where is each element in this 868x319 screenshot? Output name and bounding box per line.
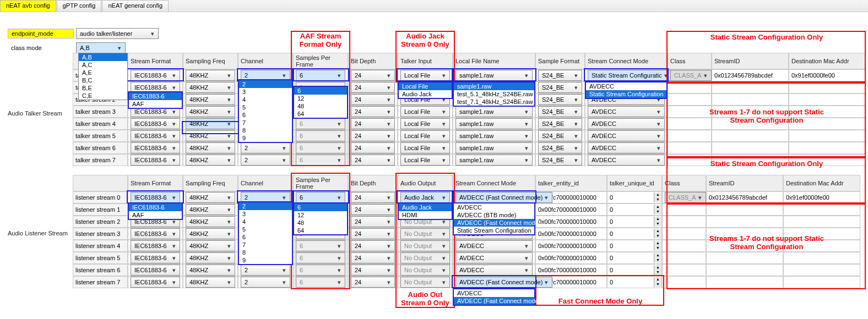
depth-cell[interactable]: 24▾ <box>348 276 398 288</box>
listener-channel-dropdown[interactable]: 2 3 4 5 6 7 8 9 <box>238 201 293 265</box>
scm-cell[interactable]: Static Stream Configuratic▾ <box>585 69 668 81</box>
lfn-cell[interactable]: sample1.raw▾ <box>453 106 535 118</box>
depth-cell[interactable]: 24▾ <box>348 252 398 264</box>
scm-cell[interactable]: AVDECC (Fast Connect mode)▾ <box>453 191 535 204</box>
spinner[interactable]: ▲▼ <box>654 241 661 251</box>
tin-cell[interactable]: Local File▾ <box>398 130 453 142</box>
tin-cell[interactable]: Local File▾ <box>398 118 453 130</box>
freq-cell[interactable]: 48KHZ▾ <box>183 118 238 130</box>
sfmt-cell[interactable]: S24_BE▾ <box>535 142 585 154</box>
depth-cell[interactable]: 24▾ <box>348 130 398 142</box>
lfn-cell[interactable]: sample1.raw▾ <box>453 154 535 166</box>
tin-cell[interactable]: Local File▾ <box>398 154 453 166</box>
fmt-cell[interactable]: IEC61883-6▾ <box>128 252 183 264</box>
lfn-cell[interactable]: sample1.raw▾ <box>453 142 535 154</box>
tuniq-cell[interactable]: 0▲▼ <box>607 276 662 288</box>
tent-cell[interactable]: 0x00fc700000010000 <box>535 240 607 252</box>
tuniq-cell[interactable]: 0▲▼ <box>607 191 662 204</box>
freq-cell[interactable]: 48KHZ▾ <box>183 191 238 204</box>
tuniq-cell[interactable]: 0▲▼ <box>607 264 662 276</box>
channel-dropdown[interactable]: 2 3 4 5 6 7 8 9 <box>238 79 293 143</box>
freq-cell[interactable]: 48KHZ▾ <box>183 106 238 118</box>
tuniq-cell[interactable]: 0▲▼ <box>607 204 662 216</box>
freq-cell[interactable]: 48KHZ▾ <box>183 154 238 166</box>
spf-cell[interactable]: 6▾ <box>293 191 348 204</box>
spinner[interactable]: ▲▼ <box>654 193 661 202</box>
spinner[interactable]: ▲▼ <box>654 253 661 263</box>
audio-output-dropdown[interactable]: Audio Jack HDMI <box>398 202 453 220</box>
freq-cell[interactable]: 48KHZ▾ <box>183 69 238 81</box>
freq-cell[interactable]: 48KHZ▾ <box>183 252 238 264</box>
fmt-cell[interactable]: IEC61883-6▾ <box>128 69 183 81</box>
depth-cell[interactable]: 24▾ <box>348 264 398 276</box>
tent-cell[interactable]: 0x00fc700000010000 <box>535 228 607 240</box>
depth-cell[interactable]: 24▾ <box>348 216 398 228</box>
freq-cell[interactable]: 48KHZ▾ <box>183 216 238 228</box>
listener-spf-dropdown[interactable]: 6 12 48 64 <box>293 202 348 235</box>
fmt-cell[interactable]: IEC61883-6▾ <box>128 130 183 142</box>
fmt-cell[interactable]: IEC61883-6▾ <box>128 276 183 288</box>
freq-cell[interactable]: 48KHZ▾ <box>183 240 238 252</box>
lfn-cell[interactable]: sample1.raw▾ <box>453 130 535 142</box>
stream-format-dropdown[interactable]: IEC61883-6 AAF <box>128 91 183 109</box>
sfmt-cell[interactable]: S24_BE▾ <box>535 130 585 142</box>
talker-input-dropdown[interactable]: Local File Audio Jack <box>398 81 453 99</box>
fmt-cell[interactable]: IEC61883-6▾ <box>128 240 183 252</box>
fmt-cell[interactable]: IEC61883-6▾ <box>128 191 183 204</box>
chan-cell[interactable]: 2▾ <box>238 154 293 166</box>
depth-cell[interactable]: 24▾ <box>348 106 398 118</box>
spinner[interactable]: ▲▼ <box>654 217 661 227</box>
depth-cell[interactable]: 24▾ <box>348 118 398 130</box>
tuniq-cell[interactable]: 0▲▼ <box>607 252 662 264</box>
chan-cell[interactable]: 2▾ <box>238 142 293 154</box>
lfn-cell[interactable]: sample1.raw▾ <box>453 118 535 130</box>
freq-cell[interactable]: 48KHZ▾ <box>183 130 238 142</box>
local-file-dropdown[interactable]: sample1.raw test_5.1_48kHz_S24BE.raw tes… <box>453 81 535 107</box>
scm-cell[interactable]: AVDECC▾ <box>453 264 535 276</box>
freq-cell[interactable]: 48KHZ▾ <box>183 142 238 154</box>
depth-cell[interactable]: 24▾ <box>348 204 398 216</box>
tuniq-cell[interactable]: 0▲▼ <box>607 216 662 228</box>
freq-cell[interactable]: 48KHZ▾ <box>183 204 238 216</box>
freq-cell[interactable]: 48KHZ▾ <box>183 228 238 240</box>
scm-cell[interactable]: AVDECC▾ <box>585 142 668 154</box>
scm-cell[interactable]: AVDECC▾ <box>585 130 668 142</box>
dmac-cell[interactable]: 0x91ef0000fe00 <box>789 69 866 81</box>
tin-cell[interactable]: Local File▾ <box>398 142 453 154</box>
tin-cell[interactable]: Local File▾ <box>398 69 453 81</box>
freq-cell[interactable]: 48KHZ▾ <box>183 81 238 94</box>
fmt-cell[interactable]: IEC61883-6▾ <box>128 228 183 240</box>
freq-cell[interactable]: 48KHZ▾ <box>183 94 238 106</box>
depth-cell[interactable]: 24▾ <box>348 142 398 154</box>
tab-avb-config[interactable]: nEAT avb config <box>0 0 56 12</box>
depth-cell[interactable]: 24▾ <box>348 94 398 106</box>
scm-listener7-dropdown[interactable]: AVDECC AVDECC (Fast Connect mode) <box>453 288 535 306</box>
spf-cell[interactable]: 6▾ <box>293 69 348 81</box>
spf-dropdown[interactable]: 6 12 48 64 <box>293 86 348 119</box>
scm-cell[interactable]: AVDECC▾ <box>585 118 668 130</box>
listener-format-dropdown[interactable]: IEC61883-6 AAF <box>128 202 183 220</box>
depth-cell[interactable]: 24▾ <box>348 228 398 240</box>
lfn-cell[interactable]: sample1.raw▾ <box>453 69 535 81</box>
tin-cell[interactable]: Local File▾ <box>398 106 453 118</box>
chan-cell[interactable]: 2▾ <box>238 264 293 276</box>
freq-cell[interactable]: 48KHZ▾ <box>183 276 238 288</box>
tent-cell[interactable]: 0x00fc700000010000 <box>535 264 607 276</box>
tab-gptp-config[interactable]: gPTP config <box>57 0 102 12</box>
fmt-cell[interactable]: IEC61883-6▾ <box>128 118 183 130</box>
sfmt-cell[interactable]: S24_BE▾ <box>535 81 585 94</box>
tent-cell[interactable]: 0x00fc700000010000 <box>535 252 607 264</box>
tuniq-cell[interactable]: 0▲▼ <box>607 240 662 252</box>
sfmt-cell[interactable]: S24_BE▾ <box>535 94 585 106</box>
depth-cell[interactable]: 24▾ <box>348 191 398 204</box>
endpoint-mode-select[interactable]: audio talker/listener▾ <box>76 28 159 39</box>
sid-cell[interactable]: 0x0123456789abcdef <box>706 191 783 204</box>
out-cell[interactable]: Audio Jack▾ <box>398 191 453 204</box>
scm-cell[interactable]: AVDECC (Fast Connect mode)▾ <box>453 276 535 288</box>
scm-listener-dropdown[interactable]: AVDECC AVDECC (BTB mode) AVDECC (Fast Co… <box>453 202 535 235</box>
sfmt-cell[interactable]: S24_BE▾ <box>535 106 585 118</box>
scm-cell[interactable]: AVDECC▾ <box>585 154 668 166</box>
spinner[interactable]: ▲▼ <box>654 229 661 239</box>
depth-cell[interactable]: 24▾ <box>348 69 398 81</box>
spinner[interactable]: ▲▼ <box>654 265 661 275</box>
